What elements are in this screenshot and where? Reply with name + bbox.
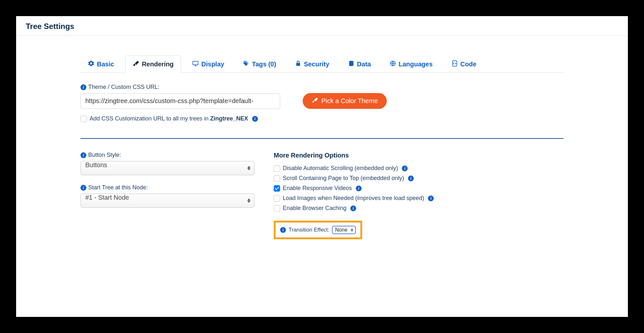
option-disable-scroll: Disable Automatic Scrolling (embedded on… xyxy=(274,165,564,172)
info-icon[interactable]: i xyxy=(80,185,86,191)
tab-label: Display xyxy=(201,61,224,68)
tags-icon xyxy=(243,60,249,68)
info-icon[interactable]: i xyxy=(402,166,408,171)
settings-window: Tree Settings Basic Rendering Display xyxy=(16,16,628,317)
apply-all-trees-row: Add CSS Customization URL to all my tree… xyxy=(80,115,564,122)
tab-display[interactable]: Display xyxy=(185,55,232,73)
pick-color-theme-button[interactable]: Pick a Color Theme xyxy=(303,93,387,109)
database-icon xyxy=(348,60,355,68)
tab-label: Code xyxy=(460,61,477,68)
tab-label: Tags (0) xyxy=(252,61,276,68)
tab-basic[interactable]: Basic xyxy=(80,55,121,73)
info-icon[interactable]: i xyxy=(356,186,362,191)
theme-url-input[interactable] xyxy=(80,93,280,109)
info-icon[interactable]: i xyxy=(280,227,286,233)
code-file-icon xyxy=(451,60,458,68)
responsive-videos-checkbox[interactable] xyxy=(274,185,280,192)
svg-rect-1 xyxy=(296,63,300,66)
info-icon[interactable]: i xyxy=(80,84,86,90)
globe-icon xyxy=(390,60,396,68)
brush-icon xyxy=(312,97,318,105)
monitor-icon xyxy=(192,60,199,68)
option-responsive-videos: Enable Responsive Videos i xyxy=(274,185,564,192)
option-lazy-images: Load Images when Needed (improves tree l… xyxy=(274,195,564,202)
transition-effect-select[interactable]: None xyxy=(332,226,356,234)
apply-all-trees-checkbox[interactable] xyxy=(80,116,87,122)
tab-code[interactable]: Code xyxy=(444,55,484,73)
start-node-label: i Start Tree at this Node: xyxy=(80,184,254,191)
info-icon[interactable]: i xyxy=(408,176,414,181)
apply-all-trees-label: Add CSS Customization URL to all my tree… xyxy=(90,115,248,122)
info-icon[interactable]: i xyxy=(252,116,258,122)
disable-scroll-checkbox[interactable] xyxy=(274,165,280,172)
page-title: Tree Settings xyxy=(16,16,628,36)
chevron-updown-icon xyxy=(351,229,353,232)
tab-rendering[interactable]: Rendering xyxy=(125,55,181,73)
lazy-images-checkbox[interactable] xyxy=(274,195,280,202)
tabs-bar: Basic Rendering Display Tags (0) xyxy=(80,55,564,73)
option-scroll-top: Scroll Containing Page to Top (embedded … xyxy=(274,175,564,182)
gear-icon xyxy=(88,60,94,68)
tab-tags[interactable]: Tags (0) xyxy=(235,55,283,73)
svg-rect-0 xyxy=(193,61,198,65)
content-area: Basic Rendering Display Tags (0) xyxy=(16,36,628,239)
tab-label: Basic xyxy=(97,61,114,68)
lock-icon xyxy=(295,60,301,68)
tab-label: Rendering xyxy=(142,61,174,68)
section-divider xyxy=(80,138,564,139)
transition-effect-highlight: i Transition Effect: None xyxy=(274,221,362,239)
more-options-heading: More Rendering Options xyxy=(274,152,564,159)
browser-caching-checkbox[interactable] xyxy=(274,205,280,212)
info-icon[interactable]: i xyxy=(428,195,434,201)
theme-url-label: i Theme / Custom CSS URL: xyxy=(80,84,564,90)
tab-label: Security xyxy=(304,61,329,68)
start-node-select[interactable]: #1 - Start Node xyxy=(80,194,254,208)
brush-icon xyxy=(133,60,139,68)
button-style-label: i Button Style: xyxy=(80,152,254,158)
scroll-top-checkbox[interactable] xyxy=(274,175,280,182)
tab-data[interactable]: Data xyxy=(341,55,378,73)
info-icon[interactable]: i xyxy=(350,205,356,211)
tab-label: Data xyxy=(357,61,371,68)
info-icon[interactable]: i xyxy=(80,152,86,158)
tab-label: Languages xyxy=(399,61,433,68)
option-browser-caching: Enable Browser Caching i xyxy=(274,205,564,212)
button-style-select[interactable]: Buttons xyxy=(80,161,254,175)
tab-languages[interactable]: Languages xyxy=(382,55,440,73)
transition-effect-label: Transition Effect: xyxy=(289,227,329,233)
tab-security[interactable]: Security xyxy=(288,55,337,73)
